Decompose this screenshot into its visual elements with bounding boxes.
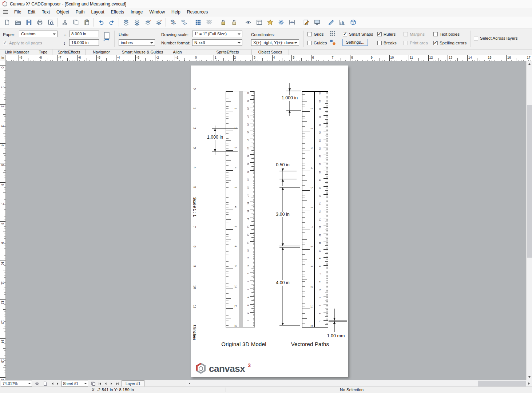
guides-checkbox[interactable]: Guides xyxy=(307,41,327,45)
bring-forward-button[interactable] xyxy=(142,17,153,27)
margins-checkbox[interactable]: Margins xyxy=(404,32,425,36)
ungroup-button[interactable] xyxy=(178,17,189,27)
save-button[interactable] xyxy=(23,17,34,27)
print-button[interactable] xyxy=(34,17,45,27)
last-sheet-button[interactable] xyxy=(114,381,120,386)
settings-button[interactable]: Settings... xyxy=(342,39,368,46)
canvas-area[interactable]: 0123456789101112 Scale 1 : 1 inches 1234… xyxy=(6,61,526,380)
group-button[interactable] xyxy=(167,17,178,27)
bring-to-front-button[interactable] xyxy=(120,17,131,27)
show-hide-button[interactable] xyxy=(243,17,254,27)
scroll-up-button[interactable] xyxy=(527,61,532,67)
menu-resources[interactable]: Resources xyxy=(184,9,211,15)
duplicate-pages-icon xyxy=(91,381,96,386)
arrow-right-icon xyxy=(528,382,531,385)
vertical-ruler[interactable]: 012345678910111213141516 xyxy=(0,61,6,380)
drawing-scale-select[interactable]: 1" = 1" (Full Size) xyxy=(192,31,242,37)
palette-tab-type[interactable]: Type xyxy=(34,49,52,55)
palette-tab-navigator[interactable]: Navigator xyxy=(86,49,117,55)
apply-all-pages-checkbox[interactable]: Apply to all pages xyxy=(3,41,42,45)
new-view-button[interactable] xyxy=(254,17,265,27)
breaks-checkbox[interactable]: Breaks xyxy=(377,41,397,45)
new-page-button[interactable] xyxy=(42,381,48,386)
print-preview-button[interactable] xyxy=(45,17,56,27)
zoom-select[interactable]: 74.317% xyxy=(1,381,32,386)
open-button[interactable] xyxy=(12,17,23,27)
coordinates-select[interactable]: X(+): right, Y(+): down xyxy=(251,39,299,46)
hamburger-icon[interactable] xyxy=(2,9,9,15)
menu-object[interactable]: Object xyxy=(53,9,72,15)
horizontal-scroll-track[interactable] xyxy=(192,380,526,386)
scroll-left-button[interactable] xyxy=(186,380,192,386)
next-sheet-button[interactable] xyxy=(108,381,114,386)
rulers-checkbox[interactable]: Rulers xyxy=(377,32,396,36)
lock-button[interactable] xyxy=(218,17,229,27)
scroll-right-button[interactable] xyxy=(526,380,532,386)
first-sheet-button[interactable] xyxy=(97,381,103,386)
number-format-select[interactable]: N.xx3 xyxy=(192,39,242,46)
paper-height-input[interactable]: 16.000 in xyxy=(69,39,99,46)
layer-tab[interactable]: Layer #1 xyxy=(122,380,144,386)
effects-button[interactable] xyxy=(265,17,275,27)
undo-button[interactable] xyxy=(95,17,106,27)
menu-effects[interactable]: Effects xyxy=(108,9,127,15)
chart-button[interactable] xyxy=(337,17,348,27)
settings-gear-button[interactable] xyxy=(275,17,286,27)
text-boxes-checkbox[interactable]: Text boxes xyxy=(433,32,460,36)
palette-tab-object-specs[interactable]: Object Specs xyxy=(252,49,289,55)
redo-button[interactable] xyxy=(106,17,117,27)
cube-3d-button[interactable] xyxy=(348,17,358,27)
grid-settings-icon[interactable] xyxy=(330,31,336,36)
horizontal-scroll-thumb[interactable] xyxy=(478,381,532,386)
document-page[interactable]: 0123456789101112 Scale 1 : 1 inches 1234… xyxy=(191,66,348,377)
screen-preview-button[interactable] xyxy=(311,17,322,27)
duplicate-page-button[interactable] xyxy=(90,381,96,386)
page-forward-button[interactable] xyxy=(55,381,60,386)
copy-button[interactable] xyxy=(70,17,81,27)
select-across-layers-checkbox[interactable]: Select Across layers xyxy=(474,36,518,40)
sheet-select[interactable]: Sheet #1 xyxy=(61,381,88,386)
zoom-tool-button[interactable] xyxy=(34,381,40,386)
paper-select[interactable]: Custom xyxy=(19,31,57,37)
previous-sheet-button[interactable] xyxy=(103,381,108,386)
next-page-icon xyxy=(56,382,60,386)
vertical-scroll-thumb[interactable] xyxy=(527,105,532,258)
horizontal-ruler[interactable]: -9-8-7-6-5-4-3-2-10123456789101112131415… xyxy=(6,55,532,61)
palette-tab-spriteeffects[interactable]: SpriteEffects xyxy=(204,49,252,55)
palette-tab-spriteeffects[interactable]: SpriteEffects xyxy=(52,49,86,55)
menu-path[interactable]: Path xyxy=(72,9,88,15)
edit-page-button[interactable] xyxy=(301,17,311,27)
grid-snap-button[interactable] xyxy=(192,17,203,27)
smart-snaps-checkbox[interactable]: Smart Snaps xyxy=(343,32,373,36)
menu-text[interactable]: Text xyxy=(39,9,53,15)
palette-tab-smart-mouse-guides[interactable]: Smart Mouse & Guides xyxy=(117,49,168,55)
unlock-button[interactable] xyxy=(229,17,239,27)
redo-icon xyxy=(109,19,115,25)
scroll-down-button[interactable] xyxy=(527,374,532,380)
spelling-errors-checkbox[interactable]: Spelling errors xyxy=(433,41,467,45)
swap-orientation-icon[interactable] xyxy=(103,32,111,42)
guides-settings-icon[interactable] xyxy=(330,39,336,45)
menu-edit[interactable]: Edit xyxy=(24,9,39,15)
print-area-checkbox[interactable]: Print area xyxy=(404,41,428,45)
send-to-back-button[interactable] xyxy=(131,17,142,27)
paste-button[interactable] xyxy=(81,17,92,27)
menu-window[interactable]: Window xyxy=(146,9,168,15)
cut-button[interactable] xyxy=(59,17,70,27)
menu-help[interactable]: Help xyxy=(168,9,184,15)
new-document-button[interactable] xyxy=(1,17,12,27)
grids-checkbox[interactable]: Grids xyxy=(307,32,323,36)
menu-image[interactable]: Image xyxy=(127,9,146,15)
paper-width-input[interactable]: 8.000 in xyxy=(69,31,99,37)
smart-measure-button[interactable] xyxy=(326,17,337,27)
units-select[interactable]: inches xyxy=(119,39,155,46)
menu-file[interactable]: File xyxy=(11,9,24,15)
fit-window-button[interactable] xyxy=(286,17,297,27)
menu-layout[interactable]: Layout xyxy=(88,9,107,15)
ruler-unit-corner[interactable]: in xyxy=(0,55,6,61)
palette-tab-align[interactable]: Align xyxy=(168,49,187,55)
pixel-grid-button[interactable] xyxy=(203,17,214,27)
vertical-scrollbar[interactable] xyxy=(526,61,532,380)
palette-tab-link-manager[interactable]: Link Manager xyxy=(0,49,34,55)
send-backward-button[interactable] xyxy=(153,17,164,27)
